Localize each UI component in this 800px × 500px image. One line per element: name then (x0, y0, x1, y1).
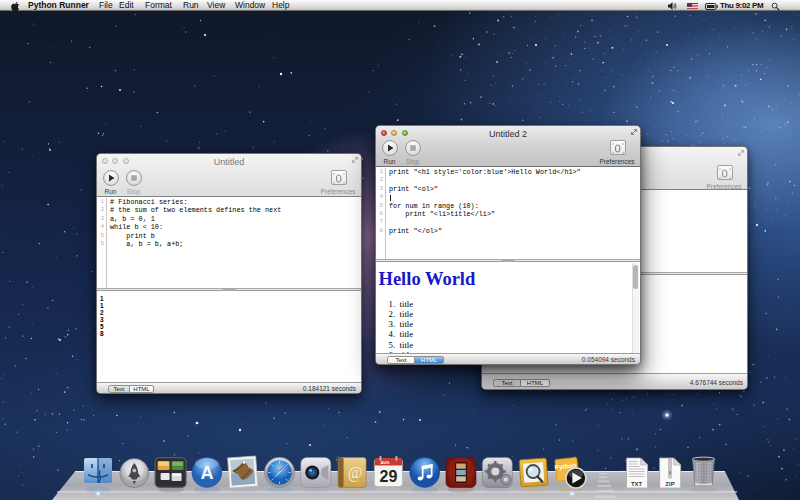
svg-text:TXT: TXT (631, 481, 643, 487)
svg-text:AUG: AUG (380, 460, 389, 465)
svg-text:@: @ (348, 464, 363, 482)
svg-text:ZIP: ZIP (665, 481, 674, 487)
svg-text:29: 29 (380, 468, 398, 485)
